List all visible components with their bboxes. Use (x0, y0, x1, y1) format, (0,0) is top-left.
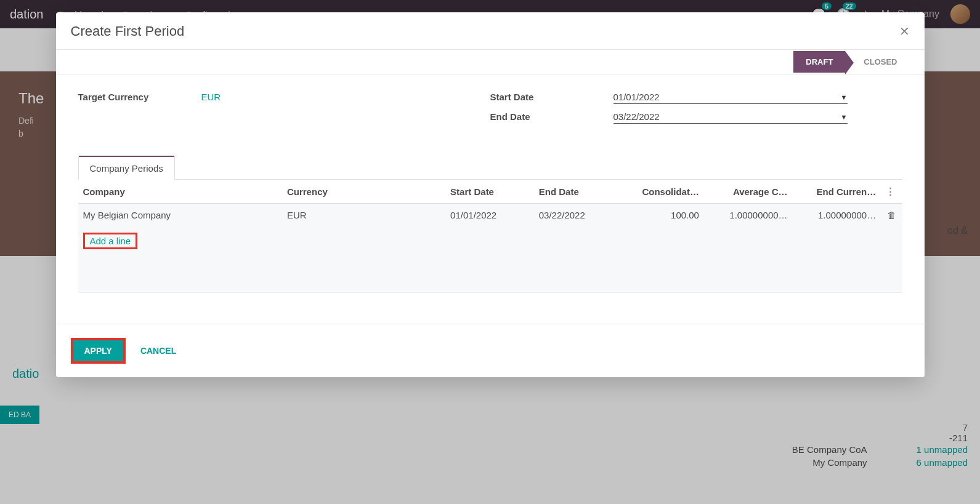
create-period-modal: Create First Period ✕ DRAFT CLOSED Targe… (56, 12, 925, 28)
modal-header: Create First Period ✕ (56, 12, 925, 28)
modal-overlay: Create First Period ✕ DRAFT CLOSED Targe… (0, 0, 980, 28)
modal-title: Create First Period (71, 23, 185, 28)
close-icon[interactable]: ✕ (899, 24, 910, 28)
